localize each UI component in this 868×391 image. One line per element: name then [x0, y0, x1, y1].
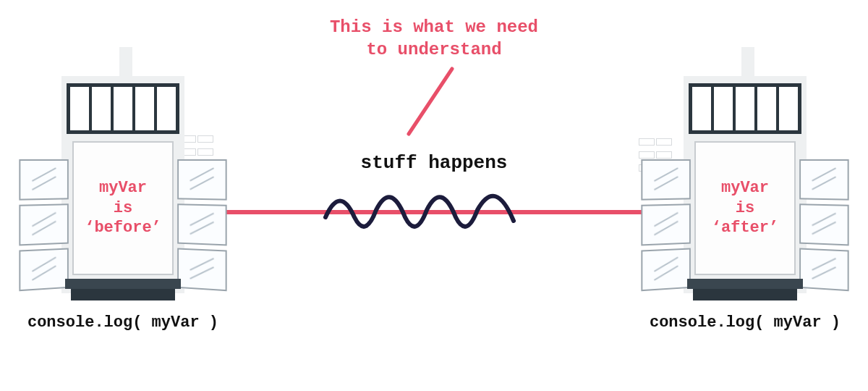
- door-panel: myVar is ‘before’: [72, 141, 174, 275]
- glass-pane: [641, 248, 690, 292]
- glass-pane: [799, 203, 848, 245]
- state-line-3: ‘after’: [712, 218, 778, 238]
- squiggle-icon: [318, 181, 535, 239]
- glass-pane: [641, 203, 690, 245]
- glass-pane: [19, 203, 68, 245]
- after-caption: console.log( myVar ): [629, 314, 861, 332]
- glass-pane: [177, 248, 226, 292]
- before-window: myVar is ‘before’ console.log( myVar ): [14, 62, 231, 308]
- state-line-3: ‘before’: [85, 218, 161, 238]
- diagram-stage: This is what we need to understand stuff…: [0, 0, 868, 391]
- glass-pane: [19, 159, 68, 201]
- left-shutter: [19, 159, 68, 291]
- glass-pane: [641, 159, 690, 201]
- window-illustration: myVar is ‘after’: [637, 62, 854, 308]
- annotation-arrow-icon: [401, 65, 467, 138]
- glass-pane: [177, 159, 226, 201]
- state-line-2: is: [114, 198, 132, 219]
- right-shutter: [799, 159, 848, 291]
- after-window: myVar is ‘after’ console.log( myVar ): [637, 62, 854, 308]
- state-line-1: myVar: [721, 178, 769, 198]
- before-caption: console.log( myVar ): [7, 314, 239, 332]
- window-illustration: myVar is ‘before’: [14, 62, 231, 308]
- window-grill: [67, 83, 179, 134]
- glass-pane: [19, 248, 68, 292]
- state-line-2: is: [736, 198, 754, 219]
- glass-pane: [799, 159, 848, 201]
- window-sill: [687, 279, 803, 289]
- state-line-1: myVar: [99, 178, 147, 198]
- right-shutter: [177, 159, 226, 291]
- left-shutter: [641, 159, 690, 291]
- glass-pane: [799, 248, 848, 292]
- window-sill: [65, 279, 181, 289]
- window-grill: [689, 83, 801, 134]
- bricks-icon: [638, 137, 689, 154]
- chimney-icon: [119, 47, 132, 76]
- bricks-icon: [179, 134, 230, 151]
- chimney-icon: [741, 47, 754, 76]
- window-base: [71, 289, 175, 300]
- annotation-line-2: to understand: [366, 40, 501, 59]
- annotation-line-1: This is what we need: [330, 17, 538, 37]
- glass-pane: [177, 203, 226, 245]
- door-panel: myVar is ‘after’: [694, 141, 796, 275]
- window-base: [693, 289, 797, 300]
